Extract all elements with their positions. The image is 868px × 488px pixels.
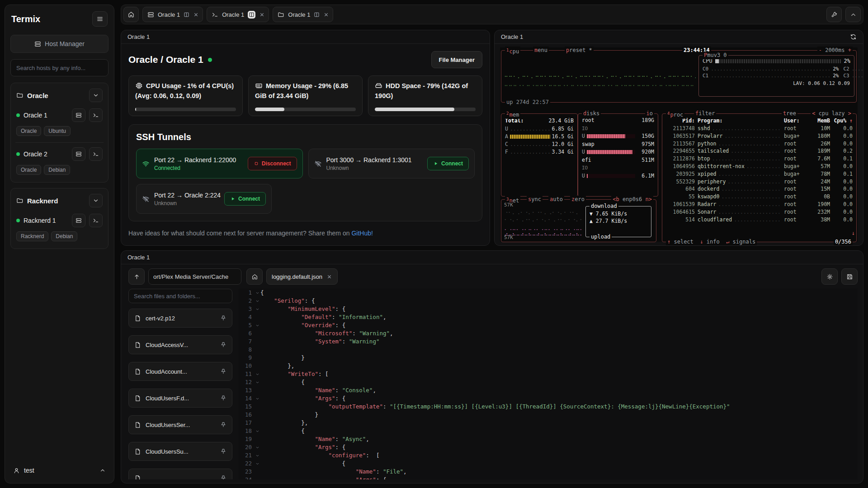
process-row[interactable]: 514 cloudflared.........................… xyxy=(666,216,853,224)
sidebar-menu-button[interactable] xyxy=(92,11,108,27)
fold-icon[interactable] xyxy=(254,394,260,403)
proc-filter-label[interactable]: filter xyxy=(694,110,716,117)
file-item[interactable]: CloudUsersSu... xyxy=(128,442,232,461)
editor-line[interactable]: 20 "Args": { xyxy=(239,443,858,451)
process-row[interactable]: 2113748 sshd............................… xyxy=(666,125,853,132)
host-search-input[interactable] xyxy=(10,59,108,76)
fold-icon[interactable] xyxy=(254,305,260,313)
net-sync-label[interactable]: sync xyxy=(527,196,542,203)
fold-icon[interactable] xyxy=(254,378,260,386)
editor-line[interactable]: 1 { xyxy=(239,289,858,297)
tab-close-icon[interactable] xyxy=(193,12,199,18)
pin-icon[interactable] xyxy=(220,448,226,455)
proc-scroll-indicator[interactable]: ↓ xyxy=(851,230,855,236)
net-zero-label[interactable]: zero xyxy=(570,196,586,203)
editor-line[interactable]: 6 "Microsoft": "Warning", xyxy=(239,329,858,338)
preset-label[interactable]: preset * xyxy=(565,47,594,54)
editor-line[interactable]: 10 }, xyxy=(239,362,858,370)
open-terminal-button[interactable] xyxy=(89,147,103,161)
pin-icon[interactable] xyxy=(220,342,226,348)
editor-line[interactable]: 2 "Serilog": { xyxy=(239,297,858,305)
code-editor[interactable]: 1 {2 "Serilog": {3 "MinimumLevel": {4 "D… xyxy=(239,289,858,479)
editor-line[interactable]: 19 "Name": "Async", xyxy=(239,435,858,443)
file-search-input[interactable] xyxy=(128,289,232,303)
sidebar-footer-user[interactable]: test xyxy=(10,463,108,478)
editor-line[interactable]: 12 { xyxy=(239,378,858,386)
pin-icon[interactable] xyxy=(220,395,226,401)
process-row[interactable]: 2113567 python..........................… xyxy=(666,140,853,148)
file-item[interactable]: CloudUsersSer... xyxy=(128,415,232,434)
editor-line[interactable]: 21 "configure": [ xyxy=(239,451,858,460)
file-item-partial[interactable] xyxy=(128,469,232,479)
refresh-interval[interactable]: - 2000ms + xyxy=(817,47,853,54)
editor-line[interactable]: 5 "Override": { xyxy=(239,321,858,329)
disconnect-button[interactable]: Disconnect xyxy=(248,157,297,170)
editor-line[interactable]: 22 { xyxy=(239,460,858,468)
tools-button[interactable] xyxy=(826,7,842,22)
fold-icon[interactable] xyxy=(254,370,260,378)
process-row[interactable]: 2294655 tailscaled......................… xyxy=(666,147,853,155)
proc-tree-label[interactable]: tree xyxy=(782,110,797,117)
fold-icon[interactable] xyxy=(254,297,260,305)
fold-icon[interactable] xyxy=(254,443,260,451)
tab-close-icon[interactable] xyxy=(323,12,329,18)
editor-line[interactable]: 8 xyxy=(239,346,858,354)
process-row[interactable]: 1064956 qbittorrent-nox.................… xyxy=(666,163,853,170)
pin-icon[interactable] xyxy=(220,422,226,428)
close-icon[interactable] xyxy=(326,274,332,280)
file-item[interactable]: CloudUsersF.d... xyxy=(128,389,232,408)
fold-icon[interactable] xyxy=(254,476,260,479)
process-row[interactable]: 1061539 Radarr..........................… xyxy=(666,201,853,208)
open-terminal-button[interactable] xyxy=(89,108,103,122)
save-button[interactable] xyxy=(841,268,858,285)
split-view-icon[interactable] xyxy=(314,12,320,18)
tab-terminal-1[interactable]: Oracle 1 xyxy=(207,7,269,22)
tab-close-icon[interactable] xyxy=(259,12,265,18)
pin-icon[interactable] xyxy=(220,475,226,479)
settings-button[interactable] xyxy=(821,268,838,285)
editor-line[interactable]: 7 "System": "Warning" xyxy=(239,338,858,346)
path-input[interactable] xyxy=(148,268,241,285)
editor-line[interactable]: 4 "Default": "Information", xyxy=(239,313,858,321)
editor-line[interactable]: 17 }, xyxy=(239,419,858,427)
process-row[interactable]: 1063517 Prowlarr........................… xyxy=(666,132,853,140)
connect-button[interactable]: Connect xyxy=(224,192,266,206)
process-row[interactable]: 604 dockerd.............................… xyxy=(666,185,853,193)
process-row[interactable]: 55 kswapd0..............................… xyxy=(666,193,853,201)
up-directory-button[interactable] xyxy=(128,268,145,285)
collapse-group-button[interactable] xyxy=(89,194,103,207)
pin-icon[interactable] xyxy=(220,315,226,321)
open-stats-button[interactable] xyxy=(72,108,85,122)
split-view-icon[interactable] xyxy=(248,11,255,19)
editor-line[interactable]: 9 } xyxy=(239,354,858,362)
collapse-tabbar-button[interactable] xyxy=(845,7,861,22)
file-home-button[interactable] xyxy=(246,268,263,285)
process-row[interactable]: 2112876 btop............................… xyxy=(666,155,853,163)
tab-folder-2[interactable]: Oracle 1 xyxy=(273,7,333,22)
menu-label[interactable]: menu xyxy=(533,47,549,54)
process-row[interactable]: 1064615 Sonarr..........................… xyxy=(666,208,853,216)
proc-sort-label[interactable]: < cpu lazy > xyxy=(811,110,853,117)
tab-server-0[interactable]: Oracle 1 xyxy=(142,7,203,22)
editor-line[interactable]: 3 "MinimumLevel": { xyxy=(239,305,858,313)
editor-line[interactable]: 18 { xyxy=(239,427,858,435)
refresh-icon[interactable] xyxy=(850,33,857,40)
pin-icon[interactable] xyxy=(220,368,226,375)
process-row[interactable]: 552329 periphery........................… xyxy=(666,178,853,186)
open-stats-button[interactable] xyxy=(72,147,85,161)
host-manager-button[interactable]: Host Manager xyxy=(10,35,108,53)
collapse-group-button[interactable] xyxy=(89,89,103,102)
home-button[interactable] xyxy=(123,7,139,22)
disks-io-label[interactable]: io xyxy=(645,110,654,117)
editor-line[interactable]: 14 "Args": { xyxy=(239,394,858,403)
fold-icon[interactable] xyxy=(254,321,260,329)
file-manager-button[interactable]: File Manager xyxy=(431,51,482,68)
editor-line[interactable]: 16 } xyxy=(239,411,858,419)
editor-line[interactable]: 23 "Name": "File", xyxy=(239,468,858,476)
editor-line[interactable]: 11 "WriteTo": [ xyxy=(239,370,858,378)
process-row[interactable]: 203925 xpiped...........................… xyxy=(666,170,853,178)
editor-line[interactable]: 15 "outputTemplate": "[{Timestamp:HH:mm:… xyxy=(239,403,858,411)
fold-icon[interactable] xyxy=(254,427,260,435)
editor-line[interactable]: 13 "Name": "Console", xyxy=(239,386,858,394)
file-item[interactable]: CloudAccessV... xyxy=(128,335,232,354)
